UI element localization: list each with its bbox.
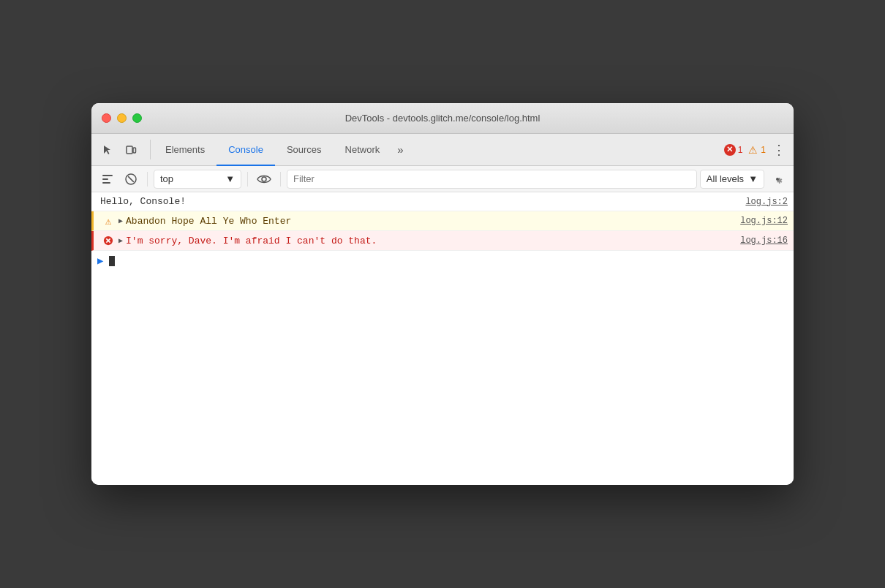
svg-rect-4 <box>102 182 110 184</box>
clear-console-button[interactable] <box>121 169 141 189</box>
error-icon: ✕ <box>724 144 736 156</box>
level-selector[interactable]: All levels ▼ <box>700 170 764 189</box>
tab-console[interactable]: Console <box>216 135 275 166</box>
device-tool-button[interactable] <box>121 140 141 160</box>
tab-sources[interactable]: Sources <box>275 135 334 166</box>
tab-network[interactable]: Network <box>334 135 392 166</box>
tab-bar: Elements Console Sources Network » ✕ 1 ⚠ <box>91 134 794 166</box>
warning-row-icon: ⚠ <box>102 215 114 227</box>
eye-button[interactable] <box>254 169 274 189</box>
level-dropdown-arrow-icon: ▼ <box>748 173 758 184</box>
error-source-link[interactable]: log.js:16 <box>728 235 788 246</box>
toolbar-divider-1 <box>147 172 148 186</box>
svg-rect-1 <box>133 148 136 153</box>
console-output: Hello, Console! log.js:2 ⚠ ▶ Abandon Hop… <box>91 192 794 485</box>
console-cursor <box>109 256 115 266</box>
svg-point-7 <box>262 177 266 181</box>
warning-message: Abandon Hope All Ye Who Enter <box>126 216 728 227</box>
toolbar-divider-2 <box>247 172 248 186</box>
more-tabs-button[interactable]: » <box>391 134 409 165</box>
tab-elements[interactable]: Elements <box>154 135 216 166</box>
svg-rect-3 <box>102 178 108 180</box>
warning-source-link[interactable]: log.js:12 <box>728 216 788 226</box>
error-row-icon <box>102 235 114 246</box>
expand-sidebar-button[interactable] <box>97 169 118 189</box>
console-settings-button[interactable] <box>767 169 788 189</box>
toolbar-divider-3 <box>280 172 281 186</box>
svg-rect-0 <box>127 146 132 154</box>
close-button[interactable] <box>102 113 111 123</box>
error-expand-icon[interactable]: ▶ <box>118 236 123 245</box>
console-row-error: ▶ I'm sorry, Dave. I'm afraid I can't do… <box>91 231 794 251</box>
tab-bar-left-tools <box>97 134 147 165</box>
warning-icon: ⚠ <box>747 144 758 156</box>
console-toolbar: top ▼ All levels ▼ <box>91 166 794 192</box>
cursor-tool-button[interactable] <box>97 140 118 160</box>
warning-badge[interactable]: ⚠ 1 <box>747 144 766 156</box>
title-bar: DevTools - devtools.glitch.me/console/lo… <box>91 103 794 134</box>
svg-line-6 <box>128 176 134 182</box>
traffic-lights <box>102 113 142 123</box>
main-tabs: Elements Console Sources Network » <box>154 134 724 165</box>
tab-bar-right: ✕ 1 ⚠ 1 ⋮ <box>724 134 788 165</box>
console-row-log: Hello, Console! log.js:2 <box>91 192 794 211</box>
prompt-arrow-icon[interactable]: ▶ <box>97 255 103 267</box>
log-message: Hello, Console! <box>100 196 734 207</box>
warning-expand-icon[interactable]: ▶ <box>118 216 123 225</box>
tab-divider <box>150 140 151 159</box>
svg-rect-2 <box>102 175 113 176</box>
console-input-row: ▶ <box>91 251 794 271</box>
maximize-button[interactable] <box>132 113 142 123</box>
more-menu-button[interactable]: ⋮ <box>770 141 788 159</box>
window-title: DevTools - devtools.glitch.me/console/lo… <box>345 113 541 124</box>
console-row-warning: ⚠ ▶ Abandon Hope All Ye Who Enter log.js… <box>91 211 794 231</box>
error-message: I'm sorry, Dave. I'm afraid I can't do t… <box>126 235 728 246</box>
devtools-window: DevTools - devtools.glitch.me/console/lo… <box>91 103 794 485</box>
context-selector[interactable]: top ▼ <box>154 170 241 189</box>
dropdown-arrow-icon: ▼ <box>225 173 235 184</box>
error-badge[interactable]: ✕ 1 <box>724 144 743 156</box>
filter-input[interactable] <box>287 170 697 189</box>
minimize-button[interactable] <box>117 113 127 123</box>
log-source-link[interactable]: log.js:2 <box>734 197 788 207</box>
